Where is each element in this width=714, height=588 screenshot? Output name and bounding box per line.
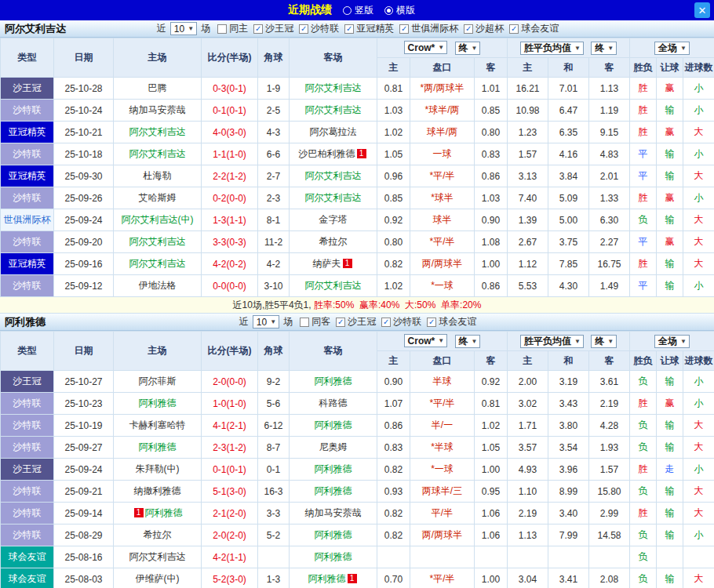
close-icon[interactable]: ✕ [694, 2, 710, 18]
asia-away-odds: 0.85 [475, 100, 508, 122]
match-row: 亚冠精英25-09-16阿尔艾利吉达4-2(0-2)4-2纳萨夫10.82两/两… [1, 253, 714, 275]
euro-away-avg: 4.83 [589, 143, 630, 165]
away-team: 阿利雅德 [290, 371, 377, 393]
filter-checkbox-沙特联[interactable]: ✓沙特联 [381, 315, 421, 328]
result-wdl: 负 [630, 546, 657, 568]
euro-odds-time-select[interactable]: 终▼ [591, 42, 617, 55]
checkbox-checked-icon[interactable]: ✓ [464, 24, 473, 34]
filter-checkbox-亚冠精英[interactable]: ✓亚冠精英 [344, 22, 394, 35]
result-handicap: 输 [657, 209, 683, 231]
asia-home-odds [377, 546, 410, 568]
euro-away-avg: 2.01 [589, 165, 630, 187]
euro-home-avg: 2.67 [508, 231, 548, 253]
euro-home-avg: 16.21 [508, 78, 548, 100]
corner-score: 16-3 [258, 481, 290, 503]
result-handicap: 输 [657, 503, 683, 524]
corner-score: 8-1 [258, 209, 290, 231]
filter-checkbox-沙特联[interactable]: ✓沙特联 [299, 22, 339, 35]
result-wdl: 胜 [630, 78, 657, 100]
asia-home-odds: 0.82 [377, 459, 410, 481]
euro-home-avg [508, 546, 548, 568]
filter-checkbox-球会友谊[interactable]: ✓球会友谊 [509, 22, 559, 35]
euro-home-avg: 1.57 [508, 143, 548, 165]
away-team-name: 金字塔 [319, 214, 348, 225]
filter-checkbox-同主[interactable]: 同主 [217, 22, 248, 35]
result-goals: 大 [683, 437, 714, 459]
checkbox-checked-icon[interactable]: ✓ [299, 24, 308, 34]
home-team-name: 纳加马安萘哉 [129, 104, 186, 115]
asia-odds-time-select[interactable]: 终▼ [455, 335, 481, 348]
match-row: 沙特联25-10-19卡赫利塞哈特4-1(2-1)6-12阿利雅德0.86半/一… [1, 415, 714, 437]
euro-home-avg: 3.57 [508, 437, 548, 459]
home-team: 阿利雅德 [114, 393, 202, 415]
radio-selected-icon[interactable] [384, 6, 393, 15]
euro-home-avg: 2.19 [508, 503, 548, 524]
checkbox-checked-icon[interactable]: ✓ [509, 24, 519, 34]
corner-score: 2-5 [258, 100, 290, 122]
filter-checkbox-同客[interactable]: 同客 [300, 315, 330, 328]
euro-odds-time-select[interactable]: 终▼ [591, 335, 617, 348]
checkbox-checked-icon[interactable]: ✓ [399, 24, 409, 34]
checkbox-checked-icon[interactable]: ✓ [381, 318, 391, 327]
euro-away-avg: 2.19 [589, 393, 630, 415]
checkbox-checked-icon[interactable]: ✓ [336, 318, 345, 327]
bookmaker-select[interactable]: Crow*▼ [404, 41, 448, 54]
result-goals: 小 [683, 371, 714, 393]
filter-checkbox-沙王冠[interactable]: ✓沙王冠 [253, 22, 293, 35]
checkbox-checked-icon[interactable]: ✓ [344, 24, 354, 34]
home-team: 巴腾 [114, 78, 202, 100]
filter-checkbox-球会友谊[interactable]: ✓球会友谊 [427, 315, 476, 328]
scope-select[interactable]: 全场▼ [654, 335, 690, 348]
result-wdl: 胜 [630, 253, 657, 275]
layout-radio-horizontal[interactable]: 横版 [384, 4, 415, 17]
corner-score [258, 546, 290, 568]
stat-segment: 胜率:50% [314, 299, 354, 312]
result-wdl: 胜 [630, 187, 657, 209]
asia-home-odds: 0.93 [377, 481, 410, 503]
result-goals: 大 [683, 231, 714, 253]
home-team: 伊维萨(中) [114, 568, 202, 588]
checkbox-icon[interactable] [217, 24, 227, 34]
red-card-badge: 1 [134, 508, 144, 517]
checkbox-checked-icon[interactable]: ✓ [253, 24, 263, 34]
result-handicap: 赢 [657, 122, 683, 143]
away-team: 阿利雅德 [290, 546, 377, 568]
match-date: 25-09-12 [54, 275, 114, 297]
league-type: 亚冠精英 [1, 122, 54, 143]
result-goals: 大 [683, 568, 714, 588]
score: 4-2(0-2) [202, 253, 258, 275]
subcol-euro-home: 主 [508, 351, 548, 371]
radio-icon[interactable] [343, 6, 352, 15]
home-team-name: 阿尔艾利吉达 [129, 236, 186, 247]
col-header-away: 客场 [290, 332, 377, 371]
euro-odds-select[interactable]: 胜平负均值▼ [520, 42, 584, 55]
asia-home-odds: 0.85 [377, 187, 410, 209]
away-team-name: 阿利雅德 [315, 376, 352, 387]
home-team: 阿利雅德 [114, 437, 202, 459]
corner-score: 3-3 [258, 503, 290, 524]
filter-checkbox-沙超杯[interactable]: ✓沙超杯 [464, 22, 504, 35]
home-team: 伊地法格 [114, 275, 202, 297]
match-count-select[interactable]: 10 ▼ [253, 315, 279, 328]
euro-odds-select[interactable]: 胜平负均值▼ [520, 335, 584, 348]
asia-handicap: *平/半 [410, 568, 475, 588]
asia-odds-time-select[interactable]: 终▼ [455, 42, 481, 55]
subcol-result-wdl: 胜负 [630, 58, 657, 78]
layout-radio-vertical[interactable]: 竖版 [343, 4, 373, 17]
checkbox-checked-icon[interactable]: ✓ [427, 318, 436, 327]
euro-away-avg: 1.49 [589, 275, 630, 297]
league-type: 沙特联 [1, 503, 54, 524]
checkbox-icon[interactable] [300, 318, 309, 327]
match-count-select[interactable]: 10 ▼ [170, 22, 197, 35]
bookmaker-select[interactable]: Crow*▼ [404, 334, 448, 347]
filter-checkbox-沙王冠[interactable]: ✓沙王冠 [336, 315, 376, 328]
filter-checkbox-世俱洲际杯[interactable]: ✓世俱洲际杯 [399, 22, 458, 35]
match-date: 25-10-19 [54, 415, 114, 437]
asia-handicap: 平/半 [410, 503, 475, 524]
scope-select[interactable]: 全场▼ [654, 42, 690, 55]
euro-away-avg: 1.93 [589, 437, 630, 459]
match-date: 25-10-23 [54, 393, 114, 415]
league-type: 球会友谊 [1, 568, 54, 588]
asia-handicap: 球半/两 [410, 122, 475, 143]
result-handicap: 输 [657, 143, 683, 165]
